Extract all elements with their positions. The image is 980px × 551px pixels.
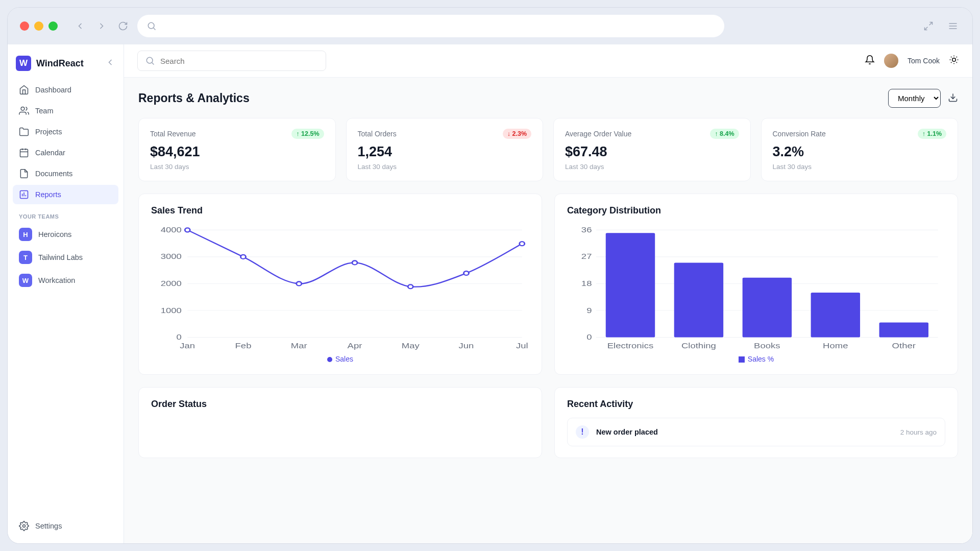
category-dist-legend: Sales % — [567, 352, 945, 363]
brand-logo: W — [16, 56, 31, 71]
svg-rect-8 — [20, 149, 28, 157]
sidebar-item-label: Projects — [35, 128, 62, 136]
folder-icon — [19, 127, 29, 137]
search-input[interactable] — [160, 57, 318, 65]
teams-heading: YOUR TEAMS — [13, 204, 118, 224]
page-title: Reports & Analytics — [138, 91, 250, 105]
svg-point-40 — [241, 255, 246, 259]
stat-sub: Last 30 days — [150, 163, 324, 171]
sidebar-item-label: Reports — [35, 190, 61, 199]
sidebar-item-reports[interactable]: Reports — [13, 185, 118, 204]
team-badge: W — [19, 274, 32, 287]
svg-point-17 — [146, 57, 153, 63]
svg-point-19 — [952, 58, 956, 62]
svg-line-1 — [154, 28, 156, 30]
period-select[interactable]: Monthly — [888, 89, 941, 108]
category-dist-chart: 09182736ElectronicsClothingBooksHomeOthe… — [567, 224, 945, 352]
svg-text:0: 0 — [586, 333, 592, 342]
sales-trend-legend: Sales — [151, 352, 529, 363]
activity-icon: ! — [576, 425, 589, 439]
svg-text:Jan: Jan — [180, 342, 195, 350]
svg-line-3 — [925, 27, 928, 30]
svg-text:May: May — [402, 342, 420, 350]
svg-line-23 — [957, 62, 957, 63]
team-item-heroicons[interactable]: HHeroicons — [13, 224, 118, 245]
sidebar-collapse-button[interactable] — [105, 57, 115, 69]
recent-activity-panel: Recent Activity !New order placed2 hours… — [554, 387, 958, 458]
stat-badge: ↑ 8.4% — [710, 129, 739, 139]
stat-value: 3.2% — [773, 144, 947, 160]
download-button[interactable] — [948, 92, 958, 105]
activity-item[interactable]: !New order placed2 hours ago — [567, 418, 945, 446]
team-item-workcation[interactable]: WWorkcation — [13, 270, 118, 291]
team-item-tailwind-labs[interactable]: TTailwind Labs — [13, 247, 118, 268]
browser-back-button[interactable] — [73, 19, 87, 33]
svg-line-2 — [929, 22, 933, 26]
activity-title: New order placed — [596, 428, 658, 436]
stat-value: $67.48 — [565, 144, 739, 160]
svg-text:3000: 3000 — [161, 252, 182, 261]
svg-text:27: 27 — [581, 252, 592, 261]
svg-point-7 — [21, 107, 24, 111]
svg-point-16 — [23, 525, 26, 528]
svg-text:Mar: Mar — [291, 342, 307, 350]
svg-point-43 — [408, 284, 413, 289]
sidebar-item-settings[interactable]: Settings — [13, 516, 118, 536]
sidebar-item-label: Calendar — [35, 149, 65, 157]
stat-label: Total Orders — [358, 130, 397, 138]
svg-text:4000: 4000 — [161, 226, 182, 234]
sidebar-item-documents[interactable]: Documents — [13, 164, 118, 183]
topbar: Tom Cook — [124, 44, 972, 78]
svg-rect-63 — [606, 233, 655, 337]
sidebar-item-projects[interactable]: Projects — [13, 122, 118, 141]
browser-forward-button[interactable] — [94, 19, 109, 33]
notifications-button[interactable] — [865, 55, 875, 67]
svg-text:Clothing: Clothing — [681, 342, 716, 350]
svg-rect-67 — [743, 278, 792, 338]
download-icon — [948, 92, 958, 103]
sales-trend-panel: Sales Trend 01000200030004000JanFebMarAp… — [138, 194, 542, 375]
search-icon — [145, 56, 155, 66]
browser-url-bar[interactable] — [137, 15, 724, 37]
browser-reload-button[interactable] — [116, 19, 130, 33]
window-minimize-button[interactable] — [34, 21, 43, 31]
svg-text:Jun: Jun — [459, 342, 474, 350]
stat-card: Total Revenue↑ 12.5%$84,621Last 30 days — [138, 118, 336, 181]
order-status-panel: Order Status — [138, 387, 542, 458]
user-name: Tom Cook — [908, 57, 940, 65]
theme-toggle-button[interactable] — [949, 55, 959, 67]
sidebar-item-calendar[interactable]: Calendar — [13, 143, 118, 162]
svg-point-41 — [297, 282, 302, 286]
svg-line-26 — [951, 62, 951, 63]
svg-line-18 — [152, 63, 154, 65]
sidebar-item-team[interactable]: Team — [13, 101, 118, 121]
stat-badge: ↓ 2.3% — [503, 129, 531, 139]
search-icon — [146, 21, 157, 31]
search-box[interactable] — [137, 51, 326, 71]
team-label: Workcation — [38, 276, 75, 284]
sales-trend-chart: 01000200030004000JanFebMarAprMayJunJul — [151, 224, 529, 352]
order-status-title: Order Status — [151, 399, 529, 410]
svg-text:9: 9 — [586, 306, 592, 315]
sun-icon — [949, 55, 959, 65]
svg-text:36: 36 — [581, 226, 592, 234]
users-icon — [19, 106, 29, 116]
stat-value: 1,254 — [358, 144, 532, 160]
svg-text:Apr: Apr — [348, 342, 362, 350]
browser-expand-button[interactable] — [921, 19, 936, 33]
window-close-button[interactable] — [20, 21, 29, 31]
browser-frame: W WindReact DashboardTeamProjectsCalenda… — [7, 7, 973, 544]
stat-card: Average Order Value↑ 8.4%$67.48Last 30 d… — [553, 118, 751, 181]
browser-menu-button[interactable] — [946, 19, 960, 33]
sidebar-item-label: Documents — [35, 170, 72, 178]
sidebar-item-dashboard[interactable]: Dashboard — [13, 80, 118, 100]
window-maximize-button[interactable] — [48, 21, 58, 31]
nav-primary: DashboardTeamProjectsCalendarDocumentsRe… — [13, 80, 118, 204]
avatar[interactable] — [884, 54, 898, 68]
brand: W WindReact — [13, 52, 118, 80]
stat-value: $84,621 — [150, 144, 324, 160]
bell-icon — [865, 55, 875, 65]
svg-point-0 — [148, 22, 154, 29]
team-label: Heroicons — [38, 230, 71, 238]
category-dist-title: Category Distribution — [567, 205, 945, 216]
